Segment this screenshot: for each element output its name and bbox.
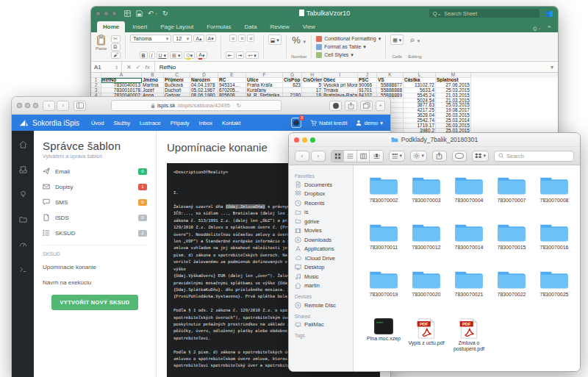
folder-7830070020[interactable]: 7830070020 xyxy=(405,267,448,314)
collapse-ribbon-icon[interactable]: ⌃ xyxy=(546,25,552,32)
editing-search-icon[interactable]: ⌕ ▾ xyxy=(410,35,420,45)
nav-item-kontakt[interactable]: Kontakt xyxy=(222,120,240,126)
folder-7830070004[interactable]: 7830070004 xyxy=(448,173,490,220)
cell[interactable]: 13102.72 xyxy=(404,83,436,88)
sidebar-item-sms[interactable]: SMS0 xyxy=(43,198,147,206)
file-vypis-z-uctu-pdf[interactable]: PDFVypis z uctu.pdf xyxy=(405,318,448,352)
folder-7830070014[interactable]: 7830070014 xyxy=(448,220,490,267)
address-bar[interactable]: ispis.sk/dopis/sablona/42495 ↻ xyxy=(111,100,282,111)
column-view-button[interactable] xyxy=(357,151,370,162)
zoom-button[interactable] xyxy=(33,103,38,108)
indent-increase-button[interactable]: ⇥ xyxy=(236,51,245,59)
rail-bulb-button[interactable] xyxy=(19,188,27,201)
cell[interactable]: VS xyxy=(377,78,404,83)
cell[interactable]: PSČ xyxy=(358,78,377,83)
cell[interactable]: 05.02.1967 xyxy=(190,88,218,93)
column-header[interactable]: H xyxy=(302,73,323,78)
cell[interactable]: Splatnost xyxy=(436,78,471,83)
cell[interactable]: Martina xyxy=(142,83,164,88)
cell[interactable]: 5 xyxy=(302,83,323,88)
share-icon[interactable] xyxy=(345,101,357,111)
cell[interactable]: 7830040013 xyxy=(101,83,142,88)
ribbon-tab-data[interactable]: Data xyxy=(239,21,263,32)
folder-7830070021[interactable]: 7830070021 xyxy=(448,267,490,314)
rail-folder-button[interactable] xyxy=(19,213,27,226)
share-button[interactable] xyxy=(432,151,447,162)
format-as-table-button[interactable]: Format as Table ▾ xyxy=(316,43,366,51)
column-header[interactable]: A xyxy=(101,73,142,78)
percent-style-button[interactable]: % ▾ xyxy=(292,35,306,46)
font-name-select[interactable]: Tahoma▾ xyxy=(130,35,171,43)
row-header[interactable]: 1 xyxy=(91,78,101,83)
cell[interactable]: 3877.63 xyxy=(404,103,436,108)
font-size-select[interactable]: 12▾ xyxy=(173,35,192,43)
folder-7830070008[interactable]: 7830070008 xyxy=(533,173,576,220)
sidebar-link-n-vrh-na-exek-ciu[interactable]: Návrh na exekúciu xyxy=(43,279,147,286)
cell[interactable]: Bučková xyxy=(164,83,190,88)
confirm-entry-icon[interactable]: ✓ xyxy=(136,64,141,71)
ribbon-tab-page-layout[interactable]: Page Layout xyxy=(154,21,199,32)
cancel-entry-icon[interactable]: ✕ xyxy=(126,64,132,71)
user-menu[interactable]: demo ▾ xyxy=(356,120,383,126)
column-header[interactable]: F xyxy=(246,73,283,78)
folder-7830070016[interactable]: 7830070016 xyxy=(533,220,576,267)
ribbon-tab-formulas[interactable]: Formulas xyxy=(201,21,237,32)
column-header[interactable]: L xyxy=(404,73,436,78)
sidebar-item-email[interactable]: Email0 xyxy=(43,168,147,175)
forward-button[interactable]: › xyxy=(311,151,326,162)
sidebar-item-music[interactable]: Music xyxy=(295,272,353,281)
row-header[interactable]: 2 xyxy=(91,83,101,88)
cell[interactable]: 25.03.2015 xyxy=(436,103,471,108)
copy-button[interactable]: ⧉ xyxy=(111,43,121,51)
cell[interactable]: Fraňa Kráľa xyxy=(246,83,283,88)
sidebar-item-icloud-drive[interactable]: iCloud Drive xyxy=(295,254,353,263)
cell[interactable]: Jméno xyxy=(142,78,164,83)
smiley-icon[interactable]: ☺· xyxy=(531,25,540,32)
sidebar-item-desktop[interactable]: Desktop xyxy=(295,263,353,273)
sidebar-item-sksud[interactable]: SKSUD2 xyxy=(43,229,147,237)
cell[interactable]: 04.04.1978 xyxy=(190,83,218,88)
column-header[interactable]: D xyxy=(190,73,218,78)
cell[interactable]: 90066 xyxy=(358,83,377,88)
cell[interactable]: 670205... xyxy=(218,88,246,93)
back-button[interactable]: ‹ xyxy=(43,101,55,111)
template-token[interactable]: {Údaj.ZmluvaDňa} xyxy=(226,204,265,209)
format-painter-button[interactable]: 🖌 xyxy=(111,51,121,59)
sidebar-item-recents[interactable]: Recents xyxy=(295,198,353,208)
column-header[interactable]: E xyxy=(218,73,246,78)
row-header[interactable]: 3 xyxy=(91,88,101,93)
nav-item-inbox[interactable]: Inbox xyxy=(199,120,212,126)
new-tab-icon[interactable]: + xyxy=(376,101,385,111)
folder-7830070012[interactable]: 7830070012 xyxy=(405,220,448,267)
cell[interactable]: 26.03.2015 xyxy=(436,113,471,118)
borders-button[interactable]: ⊞ ▾ xyxy=(170,51,182,59)
reload-icon[interactable]: ↻ xyxy=(237,102,241,109)
cell[interactable]: 4217.25 xyxy=(404,108,436,113)
conditional-formatting-button[interactable]: Conditional Formatting ▾ xyxy=(316,35,381,43)
cell[interactable]: 5024.54 xyxy=(404,98,436,104)
tags-button[interactable] xyxy=(452,151,467,162)
bold-button[interactable]: B xyxy=(140,51,148,59)
cut-button[interactable]: ✂ xyxy=(111,35,121,43)
cell[interactable]: Kuraľany xyxy=(246,88,283,93)
italic-button[interactable]: I xyxy=(149,51,155,59)
name-box[interactable]: A1⇕ xyxy=(91,62,122,72)
cell[interactable]: 1719.17 xyxy=(404,123,436,129)
cell[interactable]: RefNo xyxy=(101,78,142,83)
fill-color-button[interactable]: ◇ ▾ xyxy=(184,51,195,59)
cell[interactable]: 25.03.2014 xyxy=(436,118,471,123)
folder-7830070025[interactable]: 7830070025 xyxy=(533,267,576,314)
insert-function-icon[interactable]: fx xyxy=(145,64,149,71)
cell[interactable]: 55888888 xyxy=(377,88,404,93)
sidebar-item-dropbox[interactable]: Dropbox xyxy=(295,190,353,199)
cell[interactable]: 25.03.2015 xyxy=(436,88,471,93)
cell[interactable]: Duchoň xyxy=(164,88,190,93)
wrap-text-button[interactable]: ↩ ▾ xyxy=(245,51,258,59)
increase-font-button[interactable]: A▴ xyxy=(193,35,204,42)
nav-item-slu-by[interactable]: Služby xyxy=(113,120,130,126)
cell[interactable] xyxy=(283,88,302,93)
sidebar-item-palimac[interactable]: PaliMac xyxy=(295,320,353,330)
folder-7830070007[interactable]: 7830070007 xyxy=(490,173,533,220)
forward-button[interactable]: › xyxy=(57,101,69,111)
sidebar-item-documents[interactable]: Documents xyxy=(295,180,353,190)
